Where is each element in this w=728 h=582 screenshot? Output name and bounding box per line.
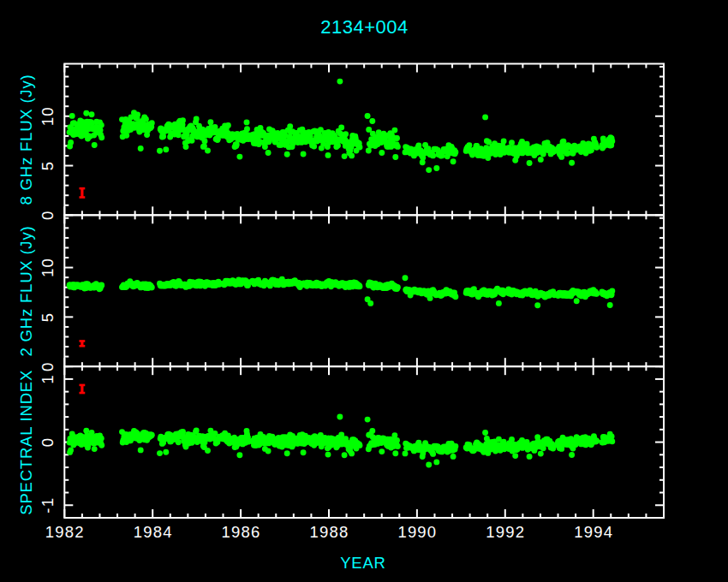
data-point — [163, 146, 169, 152]
y-tick-label: 5 — [39, 312, 57, 323]
data-point — [180, 429, 186, 435]
data-point — [451, 454, 456, 460]
data-point — [89, 111, 95, 117]
data-point — [207, 119, 213, 125]
data-point — [157, 450, 163, 456]
light-curve-figure: 2134+004 8 GHz FLUX (Jy) 2 GHz FLUX (Jy)… — [0, 0, 728, 582]
data-point — [433, 459, 439, 465]
data-point — [609, 288, 615, 294]
data-point — [609, 138, 615, 144]
data-point — [569, 160, 575, 166]
data-point — [501, 139, 507, 145]
data-point — [391, 128, 397, 134]
x-tick-label: 1990 — [397, 523, 437, 541]
data-point — [244, 126, 250, 132]
data-point — [392, 450, 398, 456]
data-point — [335, 142, 341, 148]
data-point — [496, 300, 502, 306]
data-point — [430, 451, 436, 457]
data-point — [466, 142, 472, 148]
data-point — [558, 154, 564, 160]
data-point — [569, 452, 575, 458]
data-point — [98, 134, 104, 140]
data-point — [149, 120, 155, 126]
plot-title: 2134+004 — [320, 16, 409, 38]
data-point — [452, 294, 458, 300]
radio-light-curve-plot: 2134+004 8 GHz FLUX (Jy) 2 GHz FLUX (Jy)… — [0, 0, 728, 582]
data-point — [68, 140, 74, 146]
data-point — [134, 112, 140, 118]
data-point — [138, 146, 144, 151]
data-point — [287, 123, 293, 129]
data-point — [244, 119, 250, 125]
data-point — [69, 113, 75, 119]
data-point — [433, 165, 439, 171]
data-point — [609, 438, 615, 444]
data-point — [325, 152, 331, 158]
data-point — [512, 453, 518, 459]
data-point — [452, 443, 458, 449]
data-point — [395, 284, 401, 290]
data-point — [607, 302, 613, 308]
data-point — [395, 443, 401, 449]
x-tick-label: 1988 — [310, 523, 349, 541]
data-point — [284, 450, 290, 456]
data-point — [357, 442, 363, 448]
data-point — [92, 142, 98, 148]
data-point — [369, 118, 375, 124]
y-tick-label: 0 — [39, 437, 57, 448]
data-point — [83, 110, 89, 116]
data-point — [183, 144, 189, 150]
data-point — [392, 154, 398, 160]
y-tick-label: 10 — [39, 106, 57, 126]
y-tick-label: 1 — [39, 374, 57, 384]
data-point — [430, 152, 436, 158]
data-point — [176, 132, 182, 138]
data-point — [342, 452, 348, 458]
data-point — [337, 414, 343, 420]
data-point — [143, 116, 149, 122]
data-point — [403, 450, 409, 456]
data-point — [367, 300, 373, 306]
data-point — [395, 144, 401, 150]
y-tick-label: 0 — [39, 211, 57, 220]
data-point — [379, 448, 385, 454]
data-point — [391, 432, 397, 438]
data-point — [325, 452, 331, 458]
x-tick-label: 1984 — [134, 523, 173, 541]
data-point — [266, 448, 272, 454]
data-point — [403, 275, 409, 281]
y-axis-title-2ghz: 2 GHz FLUX (Jy) — [17, 226, 35, 357]
data-point — [98, 282, 104, 288]
data-point — [527, 160, 533, 166]
y-tick-label: 10 — [39, 258, 57, 277]
y-axis-title-8ghz: 8 GHz FLUX (Jy) — [17, 74, 35, 205]
data-point — [163, 449, 169, 455]
data-point — [92, 446, 98, 452]
y-tick-label: 0 — [39, 361, 57, 371]
data-point — [236, 154, 242, 160]
data-point — [560, 139, 566, 145]
data-point — [205, 148, 211, 154]
data-point — [301, 151, 307, 157]
data-point — [365, 113, 371, 119]
data-point — [369, 428, 375, 434]
data-point — [98, 122, 104, 128]
data-point — [594, 291, 600, 297]
data-point — [394, 135, 400, 141]
data-point — [357, 283, 363, 289]
data-point — [337, 79, 343, 85]
data-point — [349, 152, 355, 158]
data-point — [365, 417, 371, 423]
data-point — [594, 438, 600, 444]
x-tick-label: 1986 — [222, 523, 261, 541]
x-axis-title-year: YEAR — [340, 554, 386, 572]
data-point — [527, 454, 533, 460]
y-tick-label: -1 — [39, 497, 57, 514]
data-point — [509, 140, 515, 146]
data-point — [284, 151, 290, 157]
x-tick-label: 1982 — [45, 523, 85, 541]
data-point — [379, 150, 385, 156]
x-tick-label: 1992 — [486, 523, 525, 541]
data-point — [157, 148, 163, 154]
